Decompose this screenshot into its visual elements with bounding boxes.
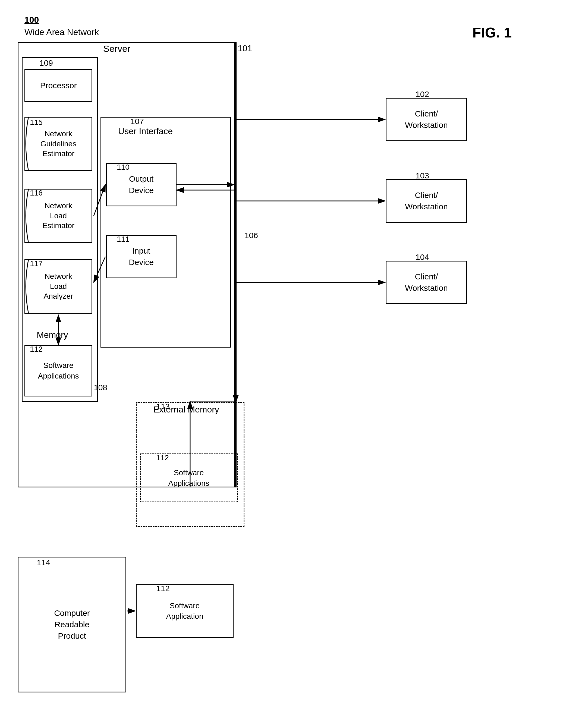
label-100: 100 xyxy=(24,15,39,25)
nge-box: NetworkGuidelinesEstimator xyxy=(24,117,92,171)
processor-box: Processor xyxy=(24,69,92,102)
client3-label: Client/Workstation xyxy=(405,271,448,294)
output-label: OutputDevice xyxy=(129,173,154,196)
sw-app-bottom-label: SoftwareApplication xyxy=(166,600,203,622)
label-108: 108 xyxy=(94,383,107,392)
ext-memory-label: External Memory xyxy=(153,405,219,415)
client2-box: Client/Workstation xyxy=(386,179,467,223)
sw-app-memory-label: SoftwareApplications xyxy=(38,360,79,381)
sw-app-bottom-box: SoftwareApplication xyxy=(136,584,234,638)
client3-box: Client/Workstation xyxy=(386,261,467,304)
label-103: 103 xyxy=(416,171,429,180)
sw-app-ext-box: SoftwareApplications xyxy=(140,453,238,502)
label-wan: Wide Area Network xyxy=(24,27,99,37)
sw-app-memory-box: SoftwareApplications xyxy=(24,345,92,396)
label-107: 107 xyxy=(130,117,144,126)
crp-box: ComputerReadableProduct xyxy=(18,557,126,692)
label-102: 102 xyxy=(416,90,429,99)
memory-label: Memory xyxy=(37,330,68,340)
label-101: 101 xyxy=(238,43,252,53)
nla-box: NetworkLoadAnalyzer xyxy=(24,259,92,314)
ui-box xyxy=(100,117,231,348)
diagram: 100 Wide Area Network FIG. 1 Server 101 … xyxy=(0,0,566,728)
label-109: 109 xyxy=(39,58,53,68)
label-104: 104 xyxy=(416,253,429,262)
nle-label: NetworkLoadEstimator xyxy=(42,201,74,231)
client1-label: Client/Workstation xyxy=(405,108,448,131)
input-label: InputDevice xyxy=(129,245,154,268)
label-fig1: FIG. 1 xyxy=(473,24,512,41)
crp-label: ComputerReadableProduct xyxy=(54,607,90,642)
processor-label: Processor xyxy=(40,81,77,90)
nla-label: NetworkLoadAnalyzer xyxy=(44,272,73,301)
label-106: 106 xyxy=(244,231,258,240)
client2-label: Client/Workstation xyxy=(405,190,448,212)
sw-app-ext-label: SoftwareApplications xyxy=(168,467,209,489)
nge-label: NetworkGuidelinesEstimator xyxy=(40,129,76,159)
server-label: Server xyxy=(103,43,130,54)
client1-box: Client/Workstation xyxy=(386,98,467,141)
output-box: OutputDevice xyxy=(106,163,177,206)
nle-box: NetworkLoadEstimator xyxy=(24,189,92,243)
ui-label: User Interface xyxy=(118,126,173,136)
input-box: InputDevice xyxy=(106,235,177,278)
